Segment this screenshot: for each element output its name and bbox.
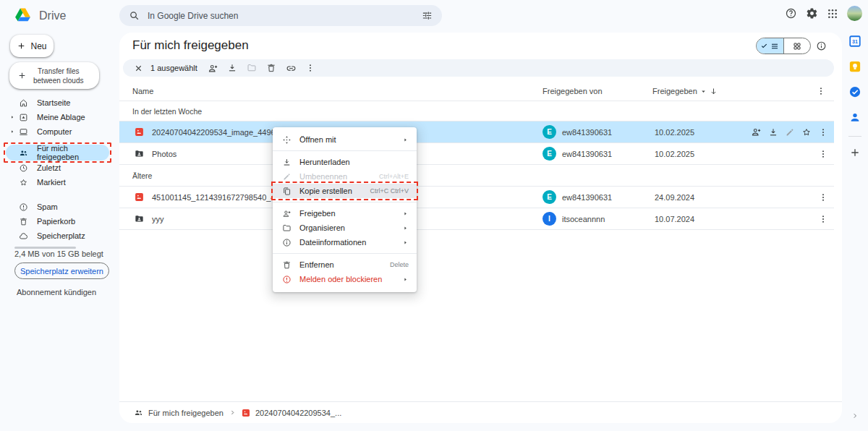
- drive-logo[interactable]: Drive: [14, 7, 66, 25]
- submenu-caret-icon: [402, 137, 409, 143]
- delete-button[interactable]: [262, 63, 281, 73]
- sidebar-item-label: Papierkorb: [37, 217, 75, 226]
- star-icon[interactable]: [801, 127, 812, 137]
- apps-button[interactable]: [825, 7, 840, 21]
- menu-item-dateiinformationen[interactable]: Dateiinformationen: [273, 235, 417, 249]
- tasks-icon[interactable]: [848, 85, 861, 98]
- add-addon-icon[interactable]: [849, 147, 861, 158]
- file-row-3[interactable]: yyy I itsoceannnn 10.07.2024: [119, 208, 834, 230]
- shared-people-icon: [134, 408, 143, 417]
- column-shared-by[interactable]: Freigegeben von: [542, 81, 603, 101]
- menu-item-freigeben[interactable]: Freigeben: [273, 206, 417, 221]
- sidebar-item-spam[interactable]: Spam: [0, 200, 119, 214]
- check-icon: [760, 42, 768, 50]
- sidebar-item-label: Spam: [37, 202, 58, 211]
- drive-logo-icon: [14, 7, 32, 25]
- more-vertical-icon[interactable]: [818, 214, 828, 224]
- sidebar-item-zuletzt[interactable]: Zuletzt: [0, 161, 119, 175]
- menu-item-entfernen[interactable]: Entfernen Delete: [273, 257, 417, 272]
- folder-icon: [247, 63, 257, 73]
- share-button[interactable]: [203, 63, 223, 74]
- sidebar-item-fuer-mich-freigegeben[interactable]: Für mich freigegeben: [6, 145, 109, 161]
- shared-people-icon: [19, 148, 28, 158]
- expand-caret-icon[interactable]: [9, 114, 15, 120]
- spam-icon: [19, 202, 28, 212]
- apps-grid-icon: [827, 8, 838, 20]
- new-button[interactable]: Neu: [10, 35, 54, 57]
- copy-icon: [282, 187, 292, 196]
- menu-item-umbenennen[interactable]: Umbenennen Ctrl+Alt+E: [273, 169, 417, 184]
- column-settings-button[interactable]: [816, 81, 826, 101]
- column-name[interactable]: Name: [132, 81, 153, 101]
- get-link-button[interactable]: [281, 63, 301, 74]
- settings-button[interactable]: [804, 7, 819, 21]
- expand-caret-icon[interactable]: [9, 129, 15, 135]
- more-vertical-icon[interactable]: [818, 127, 828, 137]
- plus-icon: [17, 41, 26, 51]
- search-bar[interactable]: In Google Drive suchen: [119, 5, 442, 26]
- menu-item-organisieren[interactable]: Organisieren: [273, 221, 417, 235]
- list-view-button[interactable]: [757, 38, 784, 54]
- move-to-folder-button[interactable]: [242, 63, 262, 73]
- rename-pencil-icon[interactable]: [785, 127, 795, 137]
- storage-progress-bar: [14, 247, 76, 249]
- menu-item-herunterladen[interactable]: Herunterladen: [273, 155, 417, 169]
- sidebar-item-papierkorb[interactable]: Papierkorb: [0, 214, 119, 229]
- row-actions: [750, 149, 834, 159]
- menu-item-oeffnen-mit[interactable]: Öffnen mit: [273, 132, 417, 147]
- help-button[interactable]: [783, 7, 798, 21]
- sidebar-item-label: Computer: [37, 127, 72, 136]
- menu-item-kopie-erstellen[interactable]: Kopie erstellen Ctrl+C Ctrl+V: [273, 184, 417, 198]
- transfer-files-button[interactable]: Transfer filesbetween clouds: [9, 62, 99, 89]
- shared-by-cell: E ew841390631: [542, 147, 652, 161]
- page-title: Für mich freigegeben: [132, 38, 249, 53]
- menu-item-melden-oder-blockieren[interactable]: Melden oder blockieren: [273, 272, 417, 286]
- breadcrumb-current[interactable]: 20240704042209534_...: [242, 409, 341, 417]
- shortcut-label: Ctrl+Alt+E: [379, 173, 409, 180]
- sidebar-item-computer[interactable]: Computer: [0, 124, 119, 139]
- grid-view-icon: [793, 42, 801, 51]
- account-avatar[interactable]: [846, 5, 863, 22]
- file-name: yyy: [152, 215, 164, 223]
- sidebar-item-meine-ablage[interactable]: Meine Ablage: [0, 110, 119, 124]
- left-sidebar: Neu Transfer filesbetween clouds Startse…: [0, 33, 119, 431]
- expand-storage-button[interactable]: Speicherplatz erweitern: [14, 263, 109, 279]
- download-icon: [282, 158, 292, 167]
- search-options-icon[interactable]: [422, 10, 433, 21]
- download-button[interactable]: [223, 63, 242, 73]
- more-actions-button[interactable]: [301, 63, 320, 73]
- file-row-0[interactable]: 20240704042209534_image_449661641_... E …: [119, 121, 834, 143]
- breadcrumb-root[interactable]: Für mich freigegeben: [134, 408, 224, 417]
- contacts-icon[interactable]: [848, 111, 861, 124]
- person-add-icon: [208, 63, 218, 74]
- submenu-caret-icon: [402, 225, 409, 231]
- more-vertical-icon[interactable]: [818, 149, 828, 159]
- more-vertical-icon[interactable]: [818, 192, 828, 202]
- image-file-icon: [135, 192, 144, 202]
- person-add-icon[interactable]: [751, 127, 762, 137]
- sort-direction-button[interactable]: [709, 81, 718, 101]
- file-row-1[interactable]: Photos E ew841390631 10.02.2025: [119, 143, 834, 165]
- expand-panel-chevron-icon[interactable]: [851, 412, 859, 419]
- file-list: In der letzten Woche 20240704042209534_i…: [119, 101, 834, 230]
- person-add-icon: [282, 209, 292, 218]
- column-shared-date[interactable]: Freigegeben: [652, 81, 707, 101]
- view-toggle: [756, 38, 811, 54]
- search-input[interactable]: In Google Drive suchen: [148, 11, 414, 21]
- keep-icon[interactable]: [848, 60, 861, 73]
- file-row-2[interactable]: 451001145_1214391672798540_43338212... E…: [119, 187, 834, 208]
- app-name: Drive: [39, 9, 66, 22]
- cancel-subscription-link[interactable]: Abonnement kündigen: [17, 288, 96, 296]
- sidebar-item-markiert[interactable]: Markiert: [0, 175, 119, 189]
- chevron-right-icon: [229, 409, 236, 416]
- grid-view-button[interactable]: [784, 38, 811, 54]
- cloud-icon: [19, 231, 28, 241]
- column-headers: Name Freigegeben von Freigegeben: [119, 81, 834, 101]
- sidebar-item-speicherplatz[interactable]: Speicherplatz: [0, 229, 119, 243]
- details-info-icon[interactable]: [816, 40, 827, 51]
- clear-selection-button[interactable]: [132, 64, 145, 73]
- shared-date-cell: 24.09.2024: [652, 193, 750, 202]
- sidebar-item-startseite[interactable]: Startseite: [0, 95, 119, 110]
- calendar-icon[interactable]: [848, 35, 861, 48]
- download-icon[interactable]: [768, 127, 778, 137]
